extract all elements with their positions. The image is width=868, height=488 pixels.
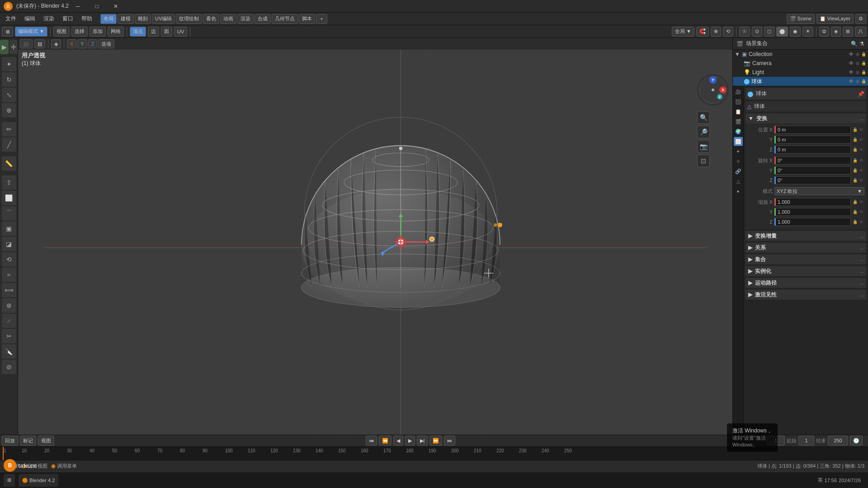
workspace-layout[interactable]: 布局 — [100, 14, 117, 24]
camera-lock-icon[interactable]: 🔒 — [861, 61, 866, 66]
prop-tab-world[interactable]: 🌍 — [734, 127, 743, 136]
relations-header[interactable]: ▶ 关系 ... — [745, 243, 866, 253]
timeline-view-menu[interactable]: 视图 — [38, 436, 54, 446]
close-button[interactable]: ✕ — [107, 0, 125, 13]
transform-header[interactable]: ▼ 变换 ... — [745, 113, 866, 123]
camera-vis-icon[interactable]: 👁 — [849, 60, 854, 66]
xray-toggle[interactable]: ◈ — [51, 39, 61, 48]
start-frame-field[interactable]: 1 — [798, 436, 814, 446]
inset-tool[interactable]: ⬜ — [2, 191, 16, 205]
scale-y-lock[interactable]: 🔒 — [852, 208, 858, 216]
prop-tab-physics[interactable]: ⚛ — [734, 157, 743, 166]
menu-window[interactable]: 窗口 — [59, 14, 77, 23]
spin-tool[interactable]: ⟲ — [2, 252, 16, 267]
vertex-select[interactable]: 顶点 — [130, 27, 146, 37]
zoom-in-btn[interactable]: 🔍 — [697, 111, 710, 124]
instances-options[interactable]: ... — [860, 269, 863, 274]
viewport-options-a[interactable]: ⧉ — [819, 27, 829, 37]
proportional-edit[interactable]: 全局 ▼ — [672, 27, 694, 37]
rot-y-lock[interactable]: 🔒 — [852, 166, 858, 174]
instances-header[interactable]: ▶ 实例化 ... — [745, 266, 866, 276]
transform-delta-header[interactable]: ▶ 变换增量 ... — [745, 231, 866, 241]
cursor-tool[interactable]: ✛ — [9, 40, 18, 54]
viewport-shading-render[interactable]: ☀ — [802, 27, 813, 37]
play-pause-btn[interactable]: ▶ — [405, 436, 415, 446]
position-x-field[interactable]: 0 m — [774, 126, 851, 134]
menu-edit[interactable]: 编辑 — [21, 14, 39, 23]
filter-icon[interactable]: ⚗ — [859, 41, 864, 47]
add-menu[interactable]: 添加 — [90, 27, 106, 37]
light-sel-icon[interactable]: ◎ — [856, 70, 859, 75]
end-frame-field[interactable]: 250 — [828, 436, 848, 446]
select-tool[interactable]: ▶ — [0, 40, 9, 54]
workspace-geometry-nodes[interactable]: 几何节点 — [272, 14, 298, 24]
shrink-fatten-tool[interactable]: ⊛ — [2, 298, 16, 313]
scale-z-lock[interactable]: 🔒 — [852, 218, 858, 226]
markers-menu[interactable]: 标记 — [20, 436, 36, 446]
workspace-add[interactable]: ＋ — [316, 14, 327, 24]
camera-btn[interactable]: 📷 — [697, 140, 710, 153]
transform-pivot[interactable]: ⊕ — [711, 27, 721, 37]
move-tool[interactable]: ✦ — [2, 57, 16, 71]
viewport-shading-material[interactable]: ◉ — [790, 27, 801, 37]
viewport-3d[interactable]: 🎥 ▤ ◈ X Y Z 选项 用户透视 (1) 球体 — [18, 38, 732, 435]
minimize-button[interactable]: ─ — [69, 0, 87, 13]
collection-lock-icon[interactable]: 🔒 — [861, 52, 866, 56]
relations-options[interactable]: ... — [860, 245, 863, 250]
select-menu[interactable]: 选择 — [71, 27, 88, 37]
rotation-x-field[interactable]: 0° — [774, 156, 851, 164]
measure-tool[interactable]: 📏 — [2, 156, 16, 171]
edge-select[interactable]: 边 — [148, 27, 159, 37]
x-axis-btn[interactable]: X — [67, 39, 76, 48]
rot-x-lock[interactable]: 🔒 — [852, 156, 858, 164]
scale-tool[interactable]: ⤡ — [2, 88, 16, 102]
face-select[interactable]: 面 — [161, 27, 172, 37]
outliner-item-collection[interactable]: ▼ ▣ Collection 👁 ◎ 🔒 — [733, 50, 868, 59]
sphere-lock-icon[interactable]: 🔒 — [861, 79, 866, 84]
position-z-field[interactable]: 0 m — [774, 145, 851, 154]
viewport-overlay[interactable]: ▤ — [34, 39, 45, 48]
gizmo-toggle[interactable]: ⊙ — [752, 27, 762, 37]
mesh-name-display[interactable]: 球体 — [754, 103, 864, 110]
viewport-shading-solid[interactable]: ⬤ — [776, 27, 788, 37]
outliner-item-light[interactable]: 💡 Light 👁 ◎ 🔒 — [733, 68, 868, 77]
prop-tab-output[interactable]: ⬛ — [734, 97, 743, 106]
step-fwd-btn[interactable]: ▶| — [417, 436, 428, 446]
frame-number-right[interactable]: 八 — [855, 27, 866, 37]
camera-sel-icon[interactable]: ◎ — [856, 61, 859, 66]
light-vis-icon[interactable]: 👁 — [849, 69, 854, 75]
poly-build-tool[interactable]: ◪ — [2, 237, 16, 251]
viewport-shading-wire[interactable]: ◻ — [764, 27, 774, 37]
workspace-animation[interactable]: 动画 — [220, 14, 236, 24]
engine-selector[interactable]: ⚙ — [855, 14, 866, 24]
collections-header[interactable]: ▶ 集合 ... — [745, 254, 866, 264]
pos-z-lock[interactable]: 🔒 — [852, 145, 858, 154]
scene-selector[interactable]: 🎬 Scene — [787, 14, 815, 24]
rip-tool[interactable]: ✂ — [2, 329, 16, 343]
viewport-options-c[interactable]: ⊞ — [843, 27, 853, 37]
ortho-toggle[interactable]: ⊡ — [697, 155, 710, 167]
delta-options[interactable]: ... — [860, 234, 863, 239]
prop-tab-object-data[interactable]: △ — [734, 177, 743, 186]
extrude-tool[interactable]: ⇧ — [2, 175, 16, 190]
bisect-tool[interactable]: ⊘ — [2, 360, 16, 374]
select-mode-btn[interactable]: 选项 — [98, 39, 114, 48]
workspace-scripting[interactable]: 脚本 — [299, 14, 315, 24]
rotation-mode-dropdown[interactable]: XYZ 欧拉 ▼ — [774, 187, 864, 195]
rot-z-lock[interactable]: 🔒 — [852, 176, 858, 184]
prop-tab-scene[interactable]: 🎬 — [734, 117, 743, 126]
workspace-shading[interactable]: 看色 — [203, 14, 219, 24]
rotate-tool[interactable]: ↻ — [2, 72, 16, 87]
workspace-compositing[interactable]: 合成 — [255, 14, 271, 24]
menu-render[interactable]: 渲染 — [40, 14, 58, 23]
prop-tab-render[interactable]: 🎥 — [734, 87, 743, 96]
knife-tool[interactable]: 🔪 — [2, 344, 16, 359]
step-back-btn[interactable]: ◀ — [393, 436, 403, 446]
smooth-tool[interactable]: ≈ — [2, 267, 16, 282]
prop-tab-material[interactable]: ● — [734, 187, 743, 196]
fps-indicator[interactable]: 🕐 — [850, 436, 863, 446]
uv-menu[interactable]: UV — [174, 27, 187, 37]
visibility-header[interactable]: ▶ 激活见性 ... — [745, 290, 866, 300]
navigation-gizmo[interactable]: Y X Z — [697, 74, 729, 106]
playback-menu[interactable]: 回放 — [2, 436, 18, 446]
